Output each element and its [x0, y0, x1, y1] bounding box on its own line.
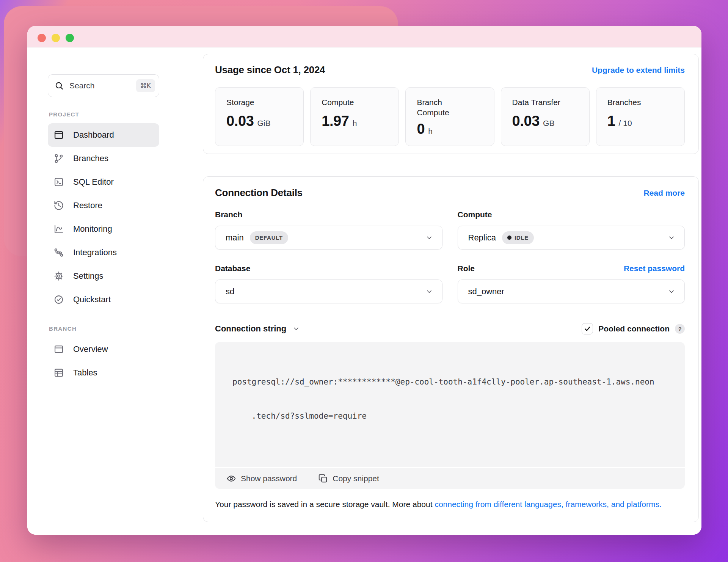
- chevron-down-icon: [292, 325, 300, 333]
- database-value: sd: [226, 287, 234, 297]
- status-dot: [507, 235, 511, 240]
- sidebar-item-sql-editor[interactable]: SQL Editor: [48, 170, 159, 194]
- sidebar: Search ⌘K PROJECT Dashboard Branches: [27, 47, 181, 535]
- git-branch-icon: [53, 153, 64, 164]
- git-compare-icon: [53, 247, 64, 258]
- search-icon: [54, 81, 64, 91]
- main-content: Usage since Oct 1, 2024 Upgrade to exten…: [181, 47, 701, 535]
- window-titlebar: [27, 26, 701, 47]
- sidebar-section-branch: BRANCH: [49, 325, 159, 332]
- connection-details-title: Connection Details: [215, 187, 303, 199]
- chart-line-icon: [53, 224, 64, 234]
- search-shortcut-badge: ⌘K: [136, 79, 155, 92]
- search-placeholder: Search: [69, 81, 131, 90]
- gear-icon: [53, 271, 64, 281]
- database-field: Database sd: [215, 263, 442, 303]
- compute-value: Replica: [468, 233, 496, 243]
- terminal-icon: [53, 177, 64, 187]
- help-icon[interactable]: ?: [675, 324, 685, 334]
- sidebar-item-branches[interactable]: Branches: [48, 147, 159, 170]
- role-value: sd_owner: [468, 287, 504, 297]
- pooled-connection-checkbox[interactable]: [582, 323, 593, 334]
- stat-storage: Storage 0.03GiB: [215, 87, 304, 146]
- database-select[interactable]: sd: [215, 279, 442, 303]
- stat-data-transfer: Data Transfer 0.03GB: [501, 87, 590, 146]
- role-field: Role Reset password sd_owner: [458, 263, 685, 303]
- code-actions: Show password Copy snippet: [215, 467, 685, 489]
- stat-unit: h: [353, 119, 357, 128]
- read-more-link[interactable]: Read more: [643, 188, 685, 198]
- minimize-button[interactable]: [52, 34, 60, 42]
- sidebar-item-settings[interactable]: Settings: [48, 264, 159, 288]
- sidebar-item-quickstart[interactable]: Quickstart: [48, 288, 159, 311]
- copy-snippet-button[interactable]: Copy snippet: [318, 474, 379, 484]
- idle-badge: IDLE: [502, 231, 534, 244]
- sidebar-item-label: Branches: [73, 154, 108, 163]
- sidebar-section-project: PROJECT: [49, 111, 159, 118]
- history-clock-icon: [53, 200, 64, 211]
- app-body: Search ⌘K PROJECT Dashboard Branches: [27, 47, 701, 535]
- sidebar-item-label: Restore: [73, 201, 102, 210]
- chevron-down-icon: [425, 234, 433, 242]
- chevron-down-icon: [668, 288, 675, 295]
- close-button[interactable]: [38, 34, 46, 42]
- usage-title: Usage since Oct 1, 2024: [215, 64, 325, 76]
- compute-select[interactable]: Replica IDLE: [458, 226, 685, 250]
- sidebar-item-dashboard[interactable]: Dashboard: [48, 123, 159, 147]
- stat-value: 1.97: [322, 113, 349, 129]
- sidebar-item-label: Dashboard: [73, 130, 114, 140]
- connection-string-box: postgresql://sd_owner:************@ep-co…: [215, 342, 685, 489]
- stat-value: 0.03: [512, 113, 540, 129]
- table-icon: [53, 367, 64, 378]
- sidebar-item-monitoring[interactable]: Monitoring: [48, 217, 159, 241]
- sidebar-item-overview[interactable]: Overview: [48, 338, 159, 361]
- branch-value: main: [226, 233, 244, 243]
- default-badge: DEFAULT: [250, 231, 288, 244]
- stat-unit: GB: [543, 119, 554, 128]
- app-window: Search ⌘K PROJECT Dashboard Branches: [27, 26, 701, 535]
- role-select[interactable]: sd_owner: [458, 279, 685, 303]
- sidebar-item-label: SQL Editor: [73, 177, 114, 187]
- connection-string-code: postgresql://sd_owner:************@ep-co…: [215, 342, 685, 467]
- eye-icon: [226, 474, 236, 484]
- sidebar-item-label: Monitoring: [73, 224, 112, 234]
- usage-stats: Storage 0.03GiB Compute 1.97h Branch Com…: [215, 87, 685, 146]
- connection-string-toggle[interactable]: Connection string: [215, 324, 300, 334]
- database-label: Database: [215, 264, 250, 273]
- browser-window-icon: [53, 344, 64, 355]
- check-circle-icon: [53, 294, 64, 305]
- sidebar-item-label: Tables: [73, 368, 97, 378]
- dashboard-icon: [53, 130, 64, 140]
- sidebar-item-integrations[interactable]: Integrations: [48, 241, 159, 264]
- sidebar-item-label: Settings: [73, 271, 104, 281]
- stat-unit: / 10: [619, 119, 632, 128]
- role-label: Role: [458, 264, 475, 273]
- sidebar-item-label: Quickstart: [73, 295, 111, 305]
- stat-unit: GiB: [257, 119, 270, 128]
- show-password-button[interactable]: Show password: [226, 474, 297, 484]
- zoom-button[interactable]: [66, 34, 74, 42]
- stat-value: 0: [417, 121, 425, 137]
- stat-branch-compute: Branch Compute 0h: [405, 87, 494, 146]
- stat-value: 0.03: [226, 113, 254, 129]
- pooled-connection-group: Pooled connection ?: [582, 323, 685, 334]
- sidebar-item-restore[interactable]: Restore: [48, 194, 159, 217]
- reset-password-link[interactable]: Reset password: [624, 264, 685, 273]
- sidebar-item-label: Integrations: [73, 248, 117, 257]
- chevron-down-icon: [425, 288, 433, 295]
- upgrade-link[interactable]: Upgrade to extend limits: [592, 66, 685, 75]
- connection-string-label: Connection string: [215, 324, 286, 334]
- sidebar-item-tables[interactable]: Tables: [48, 361, 159, 385]
- branch-field: Branch main DEFAULT: [215, 209, 442, 250]
- search-input[interactable]: Search ⌘K: [48, 74, 159, 97]
- usage-card: Usage since Oct 1, 2024 Upgrade to exten…: [203, 54, 699, 154]
- branch-select[interactable]: main DEFAULT: [215, 226, 442, 250]
- stat-compute: Compute 1.97h: [310, 87, 399, 146]
- pooled-connection-label: Pooled connection: [598, 324, 670, 333]
- compute-label: Compute: [458, 210, 492, 219]
- chevron-down-icon: [668, 234, 675, 242]
- copy-icon: [318, 474, 328, 484]
- branch-label: Branch: [215, 210, 242, 219]
- connect-docs-link[interactable]: connecting from different languages, fra…: [435, 500, 661, 509]
- stat-branches: Branches 1/ 10: [596, 87, 685, 146]
